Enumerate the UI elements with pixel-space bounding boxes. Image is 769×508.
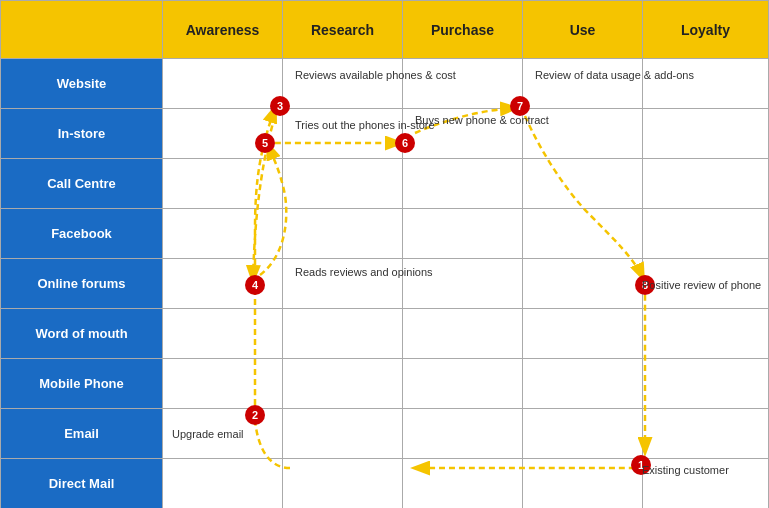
cell-3-4 <box>643 209 769 259</box>
cell-7-2 <box>403 409 523 459</box>
header-use: Use <box>523 1 643 59</box>
step-3: 3 <box>270 96 290 116</box>
cell-6-0 <box>163 359 283 409</box>
cell-2-0 <box>163 159 283 209</box>
step-4: 4 <box>245 275 265 295</box>
cell-6-4 <box>643 359 769 409</box>
cell-7-3 <box>523 409 643 459</box>
row-label-website: Website <box>1 59 163 109</box>
cell-6-3 <box>523 359 643 409</box>
cell-0-3 <box>523 59 643 109</box>
cell-3-1 <box>283 209 403 259</box>
row-label-word-of-mouth: Word of mouth <box>1 309 163 359</box>
cell-8-0 <box>163 459 283 509</box>
cell-8-3 <box>523 459 643 509</box>
ann-forums-research: Reads reviews and opinions <box>295 265 433 279</box>
cell-0-0 <box>163 59 283 109</box>
cell-5-2 <box>403 309 523 359</box>
cell-2-1 <box>283 159 403 209</box>
cell-7-4 <box>643 409 769 459</box>
cell-3-3 <box>523 209 643 259</box>
corner-cell <box>1 1 163 59</box>
cell-5-4 <box>643 309 769 359</box>
row-label-mobile-phone: Mobile Phone <box>1 359 163 409</box>
cell-4-3 <box>523 259 643 309</box>
ann-instore-purchase: Buys new phone & contract <box>415 113 549 127</box>
cell-3-0 <box>163 209 283 259</box>
step-5: 5 <box>255 133 275 153</box>
ann-instore-research: Tries out the phones in-store <box>295 118 435 132</box>
row-label-in-store: In-store <box>1 109 163 159</box>
cell-5-0 <box>163 309 283 359</box>
ann-website-research: Reviews available phones & cost <box>295 68 456 82</box>
journey-map: Awareness Research Purchase Use Loyalty … <box>0 0 769 508</box>
row-label-direct-mail: Direct Mail <box>1 459 163 509</box>
cell-0-2 <box>403 59 523 109</box>
cell-8-1 <box>283 459 403 509</box>
ann-loyalty-review: Positive review of phone <box>642 278 761 292</box>
ann-loyalty-existing: Existing customer <box>642 463 729 477</box>
header-research: Research <box>283 1 403 59</box>
row-label-call-centre: Call Centre <box>1 159 163 209</box>
ann-email-awareness: Upgrade email <box>172 427 244 441</box>
cell-3-2 <box>403 209 523 259</box>
header-loyalty: Loyalty <box>643 1 769 59</box>
row-label-email: Email <box>1 409 163 459</box>
step-2: 2 <box>245 405 265 425</box>
header-purchase: Purchase <box>403 1 523 59</box>
cell-0-4 <box>643 59 769 109</box>
cell-5-1 <box>283 309 403 359</box>
cell-0-1 <box>283 59 403 109</box>
ann-website-use: Review of data usage & add-ons <box>535 68 694 82</box>
row-label-facebook: Facebook <box>1 209 163 259</box>
cell-2-3 <box>523 159 643 209</box>
cell-2-4 <box>643 159 769 209</box>
cell-6-2 <box>403 359 523 409</box>
cell-1-4 <box>643 109 769 159</box>
cell-6-1 <box>283 359 403 409</box>
cell-7-1 <box>283 409 403 459</box>
step-6: 6 <box>395 133 415 153</box>
cell-5-3 <box>523 309 643 359</box>
header-awareness: Awareness <box>163 1 283 59</box>
row-label-online-forums: Online forums <box>1 259 163 309</box>
cell-1-1 <box>283 109 403 159</box>
cell-2-2 <box>403 159 523 209</box>
cell-8-2 <box>403 459 523 509</box>
